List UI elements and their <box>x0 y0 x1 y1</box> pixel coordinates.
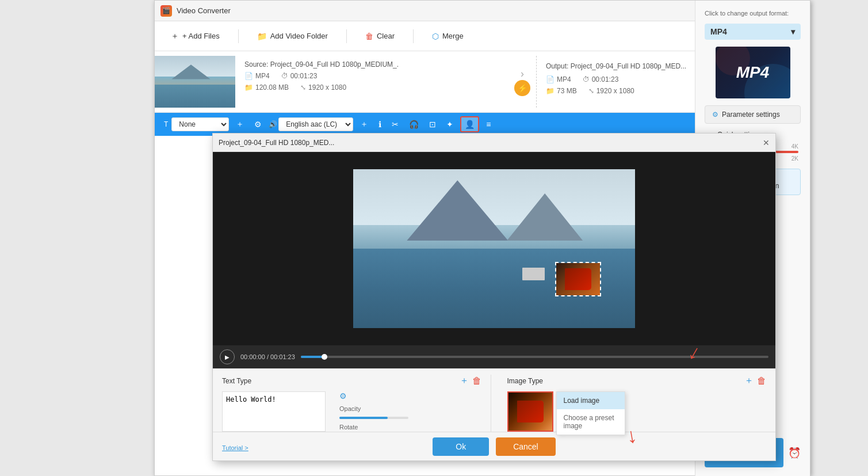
merge-button[interactable]: ⬡ Merge <box>425 28 471 44</box>
delete-text-button[interactable]: 🗑 <box>472 375 481 387</box>
book-cover-2 <box>517 401 544 422</box>
image-type-header: Image Type ＋ 🗑 <box>507 375 767 387</box>
format-preview: MP4 <box>716 47 790 98</box>
subtitle-label: T <box>164 120 168 128</box>
file-thumbnail <box>155 56 235 108</box>
more-button[interactable]: ≡ <box>483 117 494 131</box>
separator-3 <box>413 29 414 43</box>
image-type-body: 📁 Load image Choose a preset image <box>507 391 767 432</box>
video-preview: ▶ 00:00:00 / 00:01:23 <box>213 152 775 460</box>
dialog-title-bar: Project_09-04_Full HD 1080p_MED... ✕ <box>213 134 775 152</box>
folder-icon-2: 📁 <box>244 83 253 92</box>
image-type-label: Image Type <box>507 377 543 385</box>
format-icon: 📄 <box>244 72 253 80</box>
source-size: 📁 120.08 MB <box>244 83 289 92</box>
lightning-button[interactable]: ⚡ <box>514 80 530 96</box>
output-folder-icon: 📁 <box>546 87 555 95</box>
source-info: Source: Project_09-04_Full HD 1080p_MEDI… <box>235 56 508 108</box>
rotate-label: Rotate <box>339 424 368 431</box>
subtitle-select[interactable]: None <box>171 117 229 131</box>
progress-thumb[interactable] <box>322 354 327 360</box>
output-format-icon: 📄 <box>546 75 555 83</box>
output-resize-icon: ⤡ <box>588 87 594 95</box>
dialog-title: Project_09-04_Full HD 1080p_MED... <box>219 139 334 147</box>
load-image-button[interactable]: Load image <box>557 392 625 409</box>
video-scene <box>353 169 635 328</box>
text-input[interactable]: Hello World! <box>222 391 326 432</box>
add-image-button[interactable]: ＋ <box>744 375 754 387</box>
app-title: Video Converter <box>177 6 231 15</box>
app-window: 🎬 Video Converter — ✕ ＋ + Add Files 📁 Ad… <box>154 0 810 476</box>
text-type-actions: ＋ 🗑 <box>460 375 481 387</box>
dialog-close-button[interactable]: ✕ <box>763 138 770 147</box>
subtitle-settings-button[interactable]: ⚙ <box>251 117 265 131</box>
add-files-button[interactable]: ＋ + Add Files <box>164 28 227 45</box>
video-sky <box>353 169 635 225</box>
output-resolution: ⤡ 1920 x 1080 <box>588 87 634 95</box>
app-icon: 🎬 <box>160 5 172 17</box>
audio-edit-button[interactable]: 🎧 <box>406 117 422 131</box>
text-type-header: Text Type ＋ 🗑 <box>222 375 481 387</box>
parameter-settings-button[interactable]: ⚙ Parameter settings <box>705 105 801 124</box>
watermark-button[interactable]: 👤 <box>460 116 479 132</box>
opacity-slider[interactable] <box>339 417 408 419</box>
dialog-body: ▶ 00:00:00 / 00:01:23 <box>213 152 775 460</box>
opacity-fill <box>339 417 388 419</box>
arrow-separator: › ⚡ <box>508 56 536 108</box>
plus-icon: ＋ <box>171 31 179 41</box>
image-item-content <box>508 393 552 431</box>
source-meta: 📄 MP4 ⏱ 00:01:23 <box>244 72 499 80</box>
progress-fill <box>301 356 324 358</box>
title-bar-left: 🎬 Video Converter <box>160 5 231 17</box>
text-type-body: Hello World! ⚙ Opacity <box>222 391 481 437</box>
info-button[interactable]: ℹ <box>375 117 385 131</box>
output-format: 📄 MP4 <box>546 75 571 83</box>
folder-icon: 📁 <box>257 32 267 41</box>
add-audio-button[interactable]: ＋ <box>357 117 372 132</box>
text-controls: ⚙ Opacity Rotate <box>339 391 408 437</box>
play-button[interactable]: ▶ <box>220 349 235 364</box>
dialog-footer: Tutorial > Ok Cancel <box>213 432 775 460</box>
mp4-preview-label: MP4 <box>736 63 770 82</box>
format-selector[interactable]: MP4 ▾ <box>705 24 801 40</box>
book-shape <box>517 401 544 422</box>
schedule-button[interactable]: ⏰ <box>788 447 801 459</box>
thumbnail-image <box>155 56 235 108</box>
ok-button[interactable]: Ok <box>433 437 489 456</box>
clear-button[interactable]: 🗑 Clear <box>358 28 402 44</box>
watermark-overlay[interactable] <box>555 262 601 296</box>
tutorial-link[interactable]: Tutorial > <box>222 444 248 451</box>
effects-button[interactable]: ✦ <box>443 117 457 131</box>
delete-image-button[interactable]: 🗑 <box>757 375 766 387</box>
watermark-dialog: Project_09-04_Full HD 1080p_MED... ✕ <box>212 133 776 461</box>
opacity-row: ⚙ <box>339 391 408 401</box>
audio-wrapper: 🔊 English aac (LC) (m... <box>269 117 353 131</box>
book-image <box>565 268 591 290</box>
opacity-control-row: Opacity <box>339 405 408 412</box>
time-display: 00:00:00 / 00:01:23 <box>240 353 295 360</box>
text-settings-button[interactable]: ⚙ <box>339 391 347 401</box>
add-text-button[interactable]: ＋ <box>460 375 469 387</box>
output-clock-icon: ⏱ <box>583 75 590 83</box>
resize-icon: ⤡ <box>300 83 306 92</box>
book-cover <box>565 268 591 290</box>
add-subtitle-button[interactable]: ＋ <box>232 117 247 132</box>
audio-select[interactable]: English aac (LC) (m... <box>278 117 353 131</box>
crop-button[interactable]: ⊡ <box>426 117 439 131</box>
output-duration: ⏱ 00:01:23 <box>583 75 619 83</box>
cancel-button[interactable]: Cancel <box>496 437 556 456</box>
separator <box>238 29 239 43</box>
video-canvas <box>213 152 775 345</box>
image-type-actions: ＋ 🗑 <box>744 375 766 387</box>
source-format: 📄 MP4 <box>244 72 270 80</box>
rotate-control-row: Rotate <box>339 424 408 431</box>
cut-button[interactable]: ✂ <box>388 117 402 131</box>
watermark-content <box>556 263 600 295</box>
choose-preset-button[interactable]: Choose a preset image <box>557 409 625 435</box>
text-type-label: Text Type <box>222 377 251 385</box>
image-item[interactable] <box>507 391 553 432</box>
separator-2 <box>346 29 347 43</box>
add-video-folder-button[interactable]: 📁 Add Video Folder <box>250 28 335 44</box>
trash-icon: 🗑 <box>365 32 373 41</box>
video-boat <box>522 268 545 280</box>
